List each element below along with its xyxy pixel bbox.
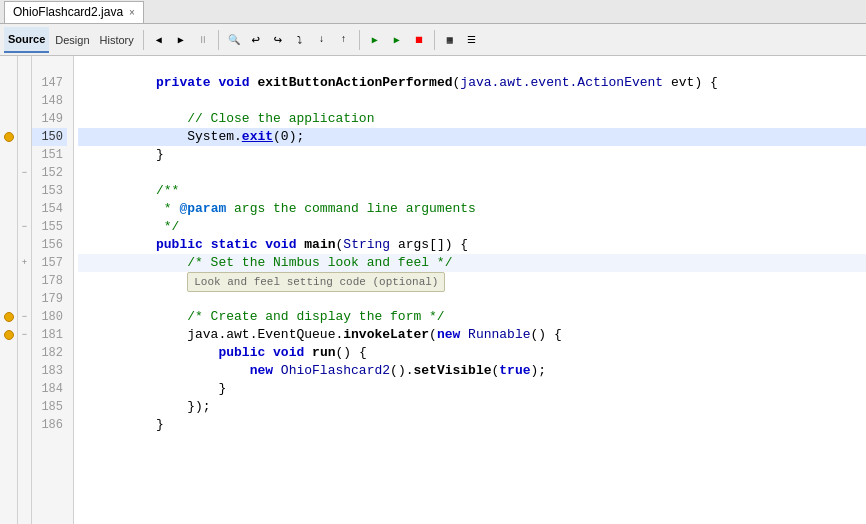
- line-num-153: 153: [32, 182, 67, 200]
- toolbar-icons-group-1: ◀ ▶ ⏸: [149, 30, 213, 50]
- fold-item: [18, 74, 31, 92]
- line-num-157: 157: [32, 254, 67, 272]
- line-num-178: 178: [32, 272, 67, 290]
- line-num-180: 180: [32, 308, 67, 326]
- fold-item-155[interactable]: −: [18, 218, 31, 236]
- fold-item-181[interactable]: −: [18, 326, 31, 344]
- redo-icon[interactable]: ↪: [268, 30, 288, 50]
- line-num-186: 186: [32, 416, 67, 434]
- back-icon[interactable]: ◀: [149, 30, 169, 50]
- fold-item: [18, 146, 31, 164]
- pause-icon[interactable]: ⏸: [193, 30, 213, 50]
- code-line-148: // Close the application: [78, 92, 866, 110]
- fold-item: [18, 380, 31, 398]
- fold-item: [18, 128, 31, 146]
- fold-item: [18, 362, 31, 380]
- line-num-154: 154: [32, 200, 67, 218]
- toolbar-icons-group-2: 🔍 ↩ ↪ ⤵ ↓ ↑: [224, 30, 354, 50]
- line-num-148: 148: [32, 92, 67, 110]
- line-numbers: 147 148 149 150 151 152 153 154 155 156 …: [32, 56, 74, 524]
- fold-item: [18, 398, 31, 416]
- code-line-top: private void exitButtonActionPerformed(j…: [78, 56, 866, 74]
- line-num-150: 150: [32, 128, 67, 146]
- line-num-182: 182: [32, 344, 67, 362]
- line-num-155: 155: [32, 218, 67, 236]
- breakpoint-icon-3[interactable]: [4, 330, 14, 340]
- breakpoint-icon-2[interactable]: [4, 312, 14, 322]
- step-into-icon[interactable]: ↓: [312, 30, 332, 50]
- line-num-149: 149: [32, 110, 67, 128]
- stop-icon[interactable]: ⏹: [409, 30, 429, 50]
- line-num-151: 151: [32, 146, 67, 164]
- line-num-184: 184: [32, 380, 67, 398]
- fold-item: [18, 344, 31, 362]
- fold-item-157[interactable]: +: [18, 254, 31, 272]
- tab-close-icon[interactable]: ×: [129, 7, 135, 18]
- fold-item: [18, 110, 31, 128]
- tab-source[interactable]: Source: [4, 27, 49, 53]
- collapsed-hint[interactable]: Look and feel setting code (optional): [187, 272, 445, 292]
- code-line-151: [78, 146, 866, 164]
- forward-icon[interactable]: ▶: [171, 30, 191, 50]
- undo-icon[interactable]: ↩: [246, 30, 266, 50]
- fold-item-180[interactable]: −: [18, 308, 31, 326]
- separator-2: [218, 30, 219, 50]
- fold-item: [18, 416, 31, 434]
- code-line-186: [78, 416, 866, 434]
- fold-item: [18, 200, 31, 218]
- code-area[interactable]: private void exitButtonActionPerformed(j…: [74, 56, 866, 524]
- fold-item[interactable]: [18, 56, 31, 74]
- title-bar: OhioFlashcard2.java ×: [0, 0, 866, 24]
- fold-item: [18, 182, 31, 200]
- step-over-icon[interactable]: ⤵: [290, 30, 310, 50]
- fold-item-152[interactable]: −: [18, 164, 31, 182]
- fold-gutter: − − + − −: [18, 56, 32, 524]
- editor-container: − − + − − 147 148 149 150 151 152 153 15…: [0, 56, 866, 524]
- line-num-147: 147: [32, 74, 67, 92]
- format-icon[interactable]: ▦: [440, 30, 460, 50]
- code-line-179: /* Create and display the form */: [78, 290, 866, 308]
- gutter-icons: [0, 56, 18, 524]
- debug-icon[interactable]: ▶: [387, 30, 407, 50]
- settings-icon[interactable]: ☰: [462, 30, 482, 50]
- search-icon[interactable]: 🔍: [224, 30, 244, 50]
- toolbar: Source Design History ◀ ▶ ⏸ 🔍 ↩ ↪ ⤵ ↓ ↑ …: [0, 24, 866, 56]
- toolbar-icons-group-3: ▶ ▶ ⏹: [365, 30, 429, 50]
- code-line-153: * @param args the command line arguments: [78, 182, 866, 200]
- tab-design[interactable]: Design: [51, 27, 93, 53]
- line-num-183: 183: [32, 362, 67, 380]
- step-out-icon[interactable]: ↑: [334, 30, 354, 50]
- breakpoint-icon[interactable]: [4, 132, 14, 142]
- run-icon[interactable]: ▶: [365, 30, 385, 50]
- fold-item: [18, 272, 31, 290]
- line-num: [32, 56, 67, 74]
- tab-history[interactable]: History: [96, 27, 138, 53]
- line-num-185: 185: [32, 398, 67, 416]
- separator-4: [434, 30, 435, 50]
- line-num-156: 156: [32, 236, 67, 254]
- code-line-152: /**: [78, 164, 866, 182]
- fold-item: [18, 92, 31, 110]
- line-num-179: 179: [32, 290, 67, 308]
- code-line-155: public static void main(String args[]) {: [78, 218, 866, 236]
- file-tab[interactable]: OhioFlashcard2.java ×: [4, 1, 144, 23]
- tab-label: OhioFlashcard2.java: [13, 5, 123, 19]
- fold-item: [18, 290, 31, 308]
- line-num-152: 152: [32, 164, 67, 182]
- separator-1: [143, 30, 144, 50]
- separator-3: [359, 30, 360, 50]
- line-num-181: 181: [32, 326, 67, 344]
- fold-item: [18, 236, 31, 254]
- toolbar-icons-group-4: ▦ ☰: [440, 30, 482, 50]
